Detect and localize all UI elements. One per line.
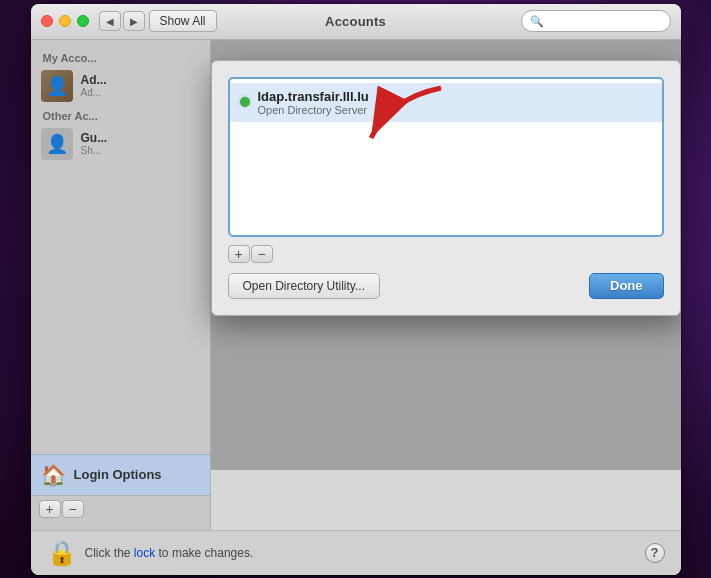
sidebar-item-guest[interactable]: 👤 Gu... Sh... [31, 124, 210, 164]
login-options-label: Login Options [74, 467, 162, 482]
overlay-backdrop: ldap.transfair.lll.lu Open Directory Ser… [211, 40, 681, 470]
sheet-controls: + − [228, 245, 664, 263]
login-options-icon: 🏠 [41, 463, 66, 487]
other-accounts-label: Other Ac... [31, 106, 210, 124]
remove-account-button[interactable]: − [62, 500, 84, 518]
sheet-remove-button[interactable]: − [251, 245, 273, 263]
server-subtitle: Open Directory Server [258, 104, 369, 116]
bottom-bar: 🔒 Click the lock to make changes. ? [31, 530, 681, 575]
guest-name: Gu... [81, 131, 108, 145]
nav-buttons: ◀ ▶ [99, 11, 145, 31]
maximize-button[interactable] [77, 15, 89, 27]
login-options-item[interactable]: 🏠 Login Options [31, 454, 210, 495]
guest-avatar: 👤 [41, 128, 73, 160]
window-body: My Acco... 👤 Ad... Ad... Other Ac... 👤 G… [31, 40, 681, 530]
user-subtitle: Ad... [81, 87, 107, 98]
user-name: Ad... [81, 73, 107, 87]
search-box[interactable]: 🔍 [521, 10, 671, 32]
add-account-button[interactable]: + [39, 500, 61, 518]
close-button[interactable] [41, 15, 53, 27]
sidebar: My Acco... 👤 Ad... Ad... Other Ac... 👤 G… [31, 40, 211, 530]
forward-button[interactable]: ▶ [123, 11, 145, 31]
main-content: Use VoiceOver in the login window Allow … [211, 40, 681, 530]
accounts-window: ◀ ▶ Show All Accounts 🔍 My Acco... 👤 Ad.… [31, 4, 681, 575]
title-bar: ◀ ▶ Show All Accounts 🔍 [31, 4, 681, 40]
lock-icon: 🔒 [47, 539, 77, 567]
server-status-dot [240, 97, 250, 107]
minimize-button[interactable] [59, 15, 71, 27]
server-name: ldap.transfair.lll.lu [258, 89, 369, 104]
open-directory-button[interactable]: Open Directory Utility... [228, 273, 380, 299]
lock-text: Click the lock to make changes. [85, 546, 254, 560]
my-accounts-label: My Acco... [31, 48, 210, 66]
sheet-list: ldap.transfair.lll.lu Open Directory Ser… [228, 77, 664, 237]
help-button[interactable]: ? [645, 543, 665, 563]
traffic-lights [41, 15, 89, 27]
lock-link[interactable]: lock [134, 546, 155, 560]
back-button[interactable]: ◀ [99, 11, 121, 31]
sheet: ldap.transfair.lll.lu Open Directory Ser… [211, 60, 681, 316]
show-all-button[interactable]: Show All [149, 10, 217, 32]
sidebar-item-user[interactable]: 👤 Ad... Ad... [31, 66, 210, 106]
avatar: 👤 [41, 70, 73, 102]
done-button[interactable]: Done [589, 273, 664, 299]
sheet-list-item[interactable]: ldap.transfair.lll.lu Open Directory Ser… [230, 83, 662, 122]
window-title: Accounts [325, 14, 386, 29]
guest-subtitle: Sh... [81, 145, 108, 156]
sidebar-bottom: 🏠 Login Options + − [31, 454, 210, 522]
sheet-btn-row: Open Directory Utility... Done [228, 273, 664, 299]
search-icon: 🔍 [530, 15, 544, 28]
sidebar-controls: + − [31, 495, 210, 522]
sheet-add-button[interactable]: + [228, 245, 250, 263]
